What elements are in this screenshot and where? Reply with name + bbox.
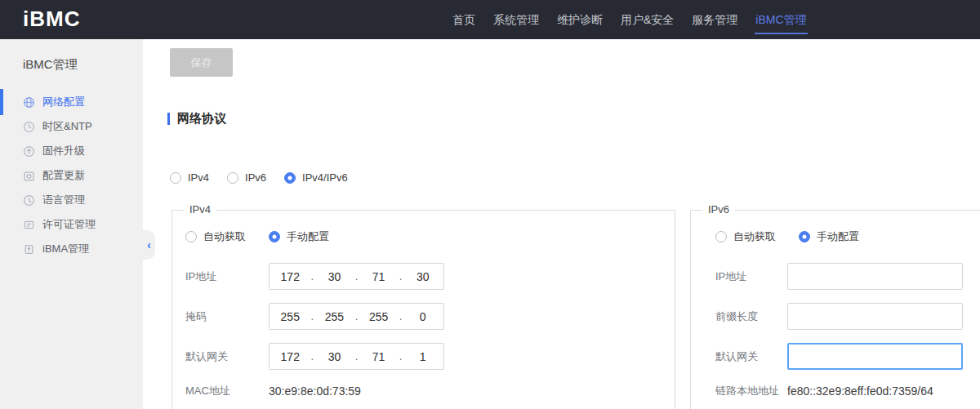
- language-icon: [23, 194, 35, 207]
- radio-ipv4-manual[interactable]: 手动配置: [269, 229, 329, 244]
- radio-ipv6-manual[interactable]: 手动配置: [799, 229, 859, 244]
- license-icon: [23, 219, 35, 231]
- ipv6-gateway-input[interactable]: [787, 343, 963, 370]
- section-header: 网络协议: [167, 111, 226, 127]
- sidebar-title: iBMC管理: [0, 39, 143, 73]
- radio-ipv6[interactable]: IPv6: [227, 171, 266, 184]
- ipv4-address-input[interactable]: 172 . 30 . 71 . 30: [269, 263, 444, 290]
- ibma-icon: [23, 243, 35, 256]
- radio-selected-icon: [269, 231, 280, 242]
- ip-segment[interactable]: 172: [270, 270, 311, 283]
- ip-segment[interactable]: 255: [358, 310, 399, 323]
- globe-icon: [23, 96, 35, 109]
- ip-segment[interactable]: 0: [402, 310, 443, 323]
- ip-segment[interactable]: 71: [358, 350, 399, 363]
- ip-segment[interactable]: 172: [270, 350, 311, 363]
- nav-item-ibmc-management[interactable]: iBMC管理: [746, 0, 815, 39]
- sidebar-item-label: iBMA管理: [42, 242, 89, 256]
- ipv4-panel: IPv4 自动获取 手动配置 IP地址 172 . 30 .: [172, 210, 675, 409]
- ipv4-mac-row: MAC地址 30:e9:8e:0d:73:59: [185, 383, 675, 399]
- radio-ipv4-ipv6[interactable]: IPv4/IPv6: [284, 171, 348, 184]
- ipv4-panel-legend: IPv4: [184, 203, 216, 216]
- topbar: iBMC 首页 系统管理 维护诊断 用户&安全 服务管理 iBMC管理: [0, 0, 980, 39]
- page-title: 网络协议: [177, 111, 226, 127]
- sidebar-item-config-update[interactable]: 配置更新: [0, 163, 143, 188]
- app-logo: iBMC: [23, 7, 80, 32]
- main-content: 保存 网络协议 IPv4 IPv6 IPv4/IPv6 IPv4 自动获取: [143, 39, 980, 409]
- radio-unselected-icon: [227, 172, 238, 184]
- firmware-upgrade-icon: [23, 145, 35, 158]
- field-label: IP地址: [185, 269, 269, 284]
- sidebar-item-language-management[interactable]: 语言管理: [0, 188, 143, 212]
- ip-segment[interactable]: 30: [314, 270, 355, 283]
- nav-item-home[interactable]: 首页: [443, 0, 484, 39]
- ipv4-gateway-input[interactable]: 172 . 30 . 71 . 1: [269, 343, 444, 370]
- ip-segment[interactable]: 255: [270, 310, 311, 323]
- radio-label: 自动获取: [733, 229, 776, 244]
- link-local-address-value: fe80::32e9:8eff:fe0d:7359/64: [787, 385, 933, 398]
- section-accent-bar: [167, 113, 170, 125]
- nav-item-user-security[interactable]: 用户&安全: [612, 0, 683, 39]
- ip-segment[interactable]: 1: [402, 350, 443, 363]
- sidebar-item-ibma-management[interactable]: iBMA管理: [0, 237, 143, 261]
- ipv6-prefix-length-input[interactable]: [787, 303, 963, 330]
- ip-segment[interactable]: 30: [314, 350, 355, 363]
- radio-unselected-icon: [170, 172, 181, 184]
- radio-ipv4-auto[interactable]: 自动获取: [185, 229, 246, 244]
- ip-segment[interactable]: 255: [314, 310, 355, 323]
- config-update-icon: [23, 170, 35, 182]
- radio-label: IPv4/IPv6: [302, 171, 348, 184]
- sidebar-item-firmware-upgrade[interactable]: 固件升级: [0, 139, 143, 163]
- ipv6-mode-radio-group: 自动获取 手动配置: [715, 229, 980, 245]
- ipv6-address-input[interactable]: [787, 263, 963, 290]
- field-label: 默认网关: [715, 349, 787, 364]
- radio-selected-icon: [284, 172, 296, 184]
- nav-item-system-management[interactable]: 系统管理: [484, 0, 548, 39]
- sidebar-item-timezone-ntp[interactable]: 时区&NTP: [0, 114, 143, 139]
- field-label: 默认网关: [185, 349, 269, 364]
- radio-label: IPv6: [245, 171, 266, 184]
- field-label: 掩码: [185, 309, 269, 324]
- radio-ipv4[interactable]: IPv4: [170, 171, 209, 184]
- sidebar-collapse-button[interactable]: ‹: [143, 230, 155, 260]
- nav-item-service-management[interactable]: 服务管理: [683, 0, 746, 39]
- save-button[interactable]: 保存: [170, 48, 233, 77]
- radio-label: IPv4: [188, 171, 209, 184]
- ipv6-prefix-length-row: 前缀长度: [715, 303, 980, 330]
- sidebar-item-label: 语言管理: [42, 193, 85, 207]
- radio-ipv6-auto[interactable]: 自动获取: [715, 229, 776, 244]
- radio-label: 自动获取: [203, 229, 246, 244]
- radio-selected-icon: [799, 231, 810, 242]
- sidebar-item-label: 网络配置: [42, 95, 85, 109]
- chevron-left-icon: ‹: [147, 238, 151, 251]
- field-label: IP地址: [715, 269, 787, 284]
- ipv6-panel: IPv6 自动获取 手动配置 IP地址 前缀长度: [690, 210, 980, 409]
- ip-segment[interactable]: 71: [358, 270, 399, 283]
- sidebar-item-license-management[interactable]: 许可证管理: [0, 212, 143, 237]
- sidebar-item-label: 许可证管理: [42, 217, 96, 232]
- radio-label: 手动配置: [287, 229, 329, 244]
- sidebar-menu: 网络配置 时区&NTP 固件升级 配置更新 语言管理: [0, 90, 143, 261]
- ipv6-ip-address-row: IP地址: [715, 263, 980, 290]
- ipv4-netmask-input[interactable]: 255 . 255 . 255 . 0: [269, 303, 444, 330]
- ipv6-link-local-row: 链路本地地址 fe80::32e9:8eff:fe0d:7359/64: [715, 383, 980, 399]
- sidebar: iBMC管理 网络配置 时区&NTP 固件升级 配置更新: [0, 39, 143, 409]
- sidebar-item-label: 固件升级: [42, 144, 85, 158]
- radio-label: 手动配置: [817, 229, 859, 244]
- ipv4-mode-radio-group: 自动获取 手动配置: [185, 229, 675, 245]
- ipv4-netmask-row: 掩码 255 . 255 . 255 . 0: [185, 303, 675, 330]
- top-navigation: 首页 系统管理 维护诊断 用户&安全 服务管理 iBMC管理: [443, 0, 816, 39]
- ipv6-panel-legend: IPv6: [702, 203, 735, 216]
- ipv6-gateway-row: 默认网关: [715, 343, 980, 370]
- timezone-clock-icon: [23, 121, 35, 133]
- mac-address-value: 30:e9:8e:0d:73:59: [269, 385, 361, 398]
- sidebar-item-network-config[interactable]: 网络配置: [0, 90, 143, 114]
- ip-segment[interactable]: 30: [402, 270, 443, 283]
- nav-item-maintenance-diagnosis[interactable]: 维护诊断: [548, 0, 612, 39]
- radio-unselected-icon: [185, 231, 197, 242]
- field-label: 链路本地地址: [715, 384, 787, 398]
- ipv4-ip-address-row: IP地址 172 . 30 . 71 . 30: [185, 263, 675, 290]
- sidebar-item-label: 时区&NTP: [42, 119, 92, 134]
- sidebar-item-label: 配置更新: [42, 168, 85, 183]
- field-label: MAC地址: [185, 384, 269, 398]
